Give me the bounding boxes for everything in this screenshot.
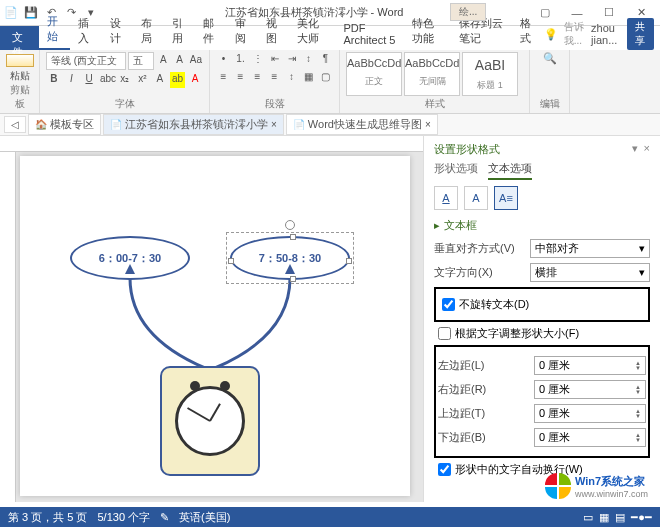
- paste-button[interactable]: 粘贴: [6, 69, 33, 83]
- tab-view[interactable]: 视图: [258, 12, 289, 50]
- resize-handle[interactable]: [290, 276, 296, 282]
- paste-icon[interactable]: [6, 54, 34, 67]
- doc-tab-2[interactable]: 📄 Word快速生成思维导图 ×: [286, 114, 438, 135]
- user-name[interactable]: zhou jian...: [591, 22, 621, 46]
- indent-dec-icon[interactable]: ⇤: [267, 52, 282, 68]
- margin-top-input[interactable]: 0 厘米▲▼: [534, 404, 646, 423]
- subscript-icon[interactable]: x₂: [117, 72, 133, 88]
- doc-tab-template[interactable]: 🏠 模板专区: [28, 114, 101, 135]
- rotate-handle-icon[interactable]: [285, 220, 295, 230]
- doc-tab-1[interactable]: 📄 江苏省如东县栟茶镇浒澪小学 ×: [103, 114, 284, 135]
- valign-select[interactable]: 中部对齐▾: [530, 239, 650, 258]
- text-fill-outline-icon[interactable]: A: [434, 186, 458, 210]
- tab-insert[interactable]: 插入: [70, 12, 101, 50]
- shape-clock-box[interactable]: [160, 366, 260, 476]
- font-size-select[interactable]: 五: [128, 52, 154, 70]
- subtab-shape-options[interactable]: 形状选项: [434, 161, 478, 180]
- textdir-label: 文字方向(X): [434, 265, 524, 280]
- line-spacing-icon[interactable]: ↕: [284, 70, 299, 86]
- checkbox-autofit[interactable]: [438, 327, 451, 340]
- tab-layout[interactable]: 布局: [133, 12, 164, 50]
- sort-icon[interactable]: ↕: [301, 52, 316, 68]
- margin-right-input[interactable]: 0 厘米▲▼: [534, 380, 646, 399]
- align-right-icon[interactable]: ≡: [250, 70, 265, 86]
- find-icon[interactable]: 🔍: [536, 52, 563, 65]
- text-effects-icon[interactable]: A: [152, 72, 168, 88]
- save-icon[interactable]: 💾: [24, 6, 38, 20]
- nav-back-icon[interactable]: ◁: [4, 116, 26, 133]
- show-marks-icon[interactable]: ¶: [318, 52, 333, 68]
- tab-format[interactable]: 格式: [512, 12, 543, 50]
- indent-inc-icon[interactable]: ⇥: [284, 52, 299, 68]
- margin-left-input[interactable]: 0 厘米▲▼: [534, 356, 646, 375]
- pane-dropdown-icon[interactable]: ▾: [632, 142, 638, 157]
- pane-close-icon[interactable]: ×: [644, 142, 650, 157]
- horizontal-ruler[interactable]: [0, 136, 423, 152]
- checkbox-no-rotate[interactable]: [442, 298, 455, 311]
- section-textbox[interactable]: ▸ 文本框: [434, 218, 650, 233]
- shape-oval-2-selected[interactable]: 7：50-8：30: [230, 236, 350, 280]
- pane-title: 设置形状格式 ▾ ×: [434, 142, 650, 157]
- tab-pdf[interactable]: PDF Architect 5: [335, 18, 404, 50]
- textdir-select[interactable]: 横排▾: [530, 263, 650, 282]
- margin-bottom-input[interactable]: 0 厘米▲▼: [534, 428, 646, 447]
- underline-icon[interactable]: U: [81, 72, 97, 88]
- tab-references[interactable]: 引用: [164, 12, 195, 50]
- align-center-icon[interactable]: ≡: [233, 70, 248, 86]
- margin-bottom-label: 下边距(B): [438, 430, 528, 445]
- status-page[interactable]: 第 3 页，共 5 页: [8, 510, 87, 525]
- tell-me-input[interactable]: 告诉我...: [564, 20, 585, 48]
- style-normal[interactable]: AaBbCcDd正文: [346, 52, 402, 96]
- highlight-icon[interactable]: ab: [170, 72, 186, 88]
- font-name-select[interactable]: 等线 (西文正文: [46, 52, 126, 70]
- textbox-options-icon[interactable]: A≡: [494, 186, 518, 210]
- zoom-slider[interactable]: ━●━: [631, 511, 652, 524]
- italic-icon[interactable]: I: [64, 72, 80, 88]
- tab-special[interactable]: 特色功能: [404, 12, 450, 50]
- bold-icon[interactable]: B: [46, 72, 62, 88]
- shading-icon[interactable]: ▦: [301, 70, 316, 86]
- tab-beautify[interactable]: 美化大师: [289, 12, 335, 50]
- tab-file[interactable]: 文件: [0, 26, 39, 50]
- word-app-icon[interactable]: 📄: [4, 6, 18, 20]
- font-color-icon[interactable]: A: [187, 72, 203, 88]
- style-heading1[interactable]: AaBI标题 1: [462, 52, 518, 96]
- resize-handle[interactable]: [346, 258, 352, 264]
- view-print-icon[interactable]: ▦: [599, 511, 609, 524]
- resize-handle[interactable]: [290, 234, 296, 240]
- clipboard-label: 剪贴板: [6, 83, 33, 111]
- subtab-text-options[interactable]: 文本选项: [488, 161, 532, 180]
- superscript-icon[interactable]: x²: [135, 72, 151, 88]
- shrink-font-icon[interactable]: A: [172, 53, 186, 69]
- document-area[interactable]: 6：00-7：30 7：50-8：30: [0, 136, 423, 502]
- document-page[interactable]: 6：00-7：30 7：50-8：30: [20, 156, 410, 496]
- justify-icon[interactable]: ≡: [267, 70, 282, 86]
- text-effects-pane-icon[interactable]: A: [464, 186, 488, 210]
- view-read-icon[interactable]: ▭: [583, 511, 593, 524]
- shape-oval-1[interactable]: 6：00-7：30: [70, 236, 190, 280]
- strike-icon[interactable]: abc: [99, 72, 115, 88]
- numbering-icon[interactable]: 1.: [233, 52, 248, 68]
- tab-mailings[interactable]: 邮件: [195, 12, 226, 50]
- checkbox-wrap[interactable]: [438, 463, 451, 476]
- grow-font-icon[interactable]: A: [156, 53, 170, 69]
- borders-icon[interactable]: ▢: [318, 70, 333, 86]
- tab-home[interactable]: 开始: [39, 10, 70, 50]
- view-web-icon[interactable]: ▤: [615, 511, 625, 524]
- tell-me-icon[interactable]: 💡: [544, 28, 558, 41]
- vertical-ruler[interactable]: [0, 152, 16, 502]
- style-nospacing[interactable]: AaBbCcDd无间隔: [404, 52, 460, 96]
- bullets-icon[interactable]: •: [216, 52, 231, 68]
- align-left-icon[interactable]: ≡: [216, 70, 231, 86]
- multilevel-icon[interactable]: ⋮: [250, 52, 265, 68]
- resize-handle[interactable]: [228, 258, 234, 264]
- share-button[interactable]: 共享: [627, 18, 654, 50]
- change-case-icon[interactable]: Aa: [189, 53, 203, 69]
- pane-category-icons: A A A≡: [434, 186, 650, 210]
- tab-review[interactable]: 审阅: [227, 12, 258, 50]
- tab-design[interactable]: 设计: [102, 12, 133, 50]
- status-language[interactable]: 英语(美国): [179, 510, 230, 525]
- status-words[interactable]: 5/130 个字: [97, 510, 150, 525]
- status-spellcheck-icon[interactable]: ✎: [160, 511, 169, 524]
- spinner-icon: ▲▼: [635, 361, 641, 371]
